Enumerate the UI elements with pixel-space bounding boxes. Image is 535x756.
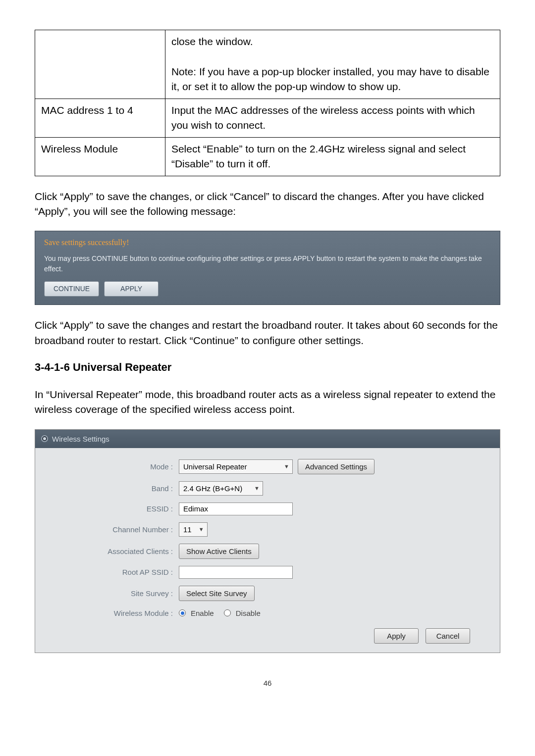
radio-icon	[41, 435, 48, 442]
save-panel-title: Save settings successfully!	[44, 237, 491, 248]
settings-description-table: close the window. Note: If you have a po…	[35, 30, 500, 176]
essid-input[interactable]	[179, 503, 293, 515]
essid-label: ESSID :	[50, 504, 179, 514]
root-ap-ssid-label: Root AP SSID :	[50, 567, 179, 577]
table-cell-desc: Input the MAC addresses of the wireless …	[165, 99, 500, 137]
table-cell-label: Wireless Module	[35, 137, 165, 176]
root-ap-ssid-input[interactable]	[179, 566, 293, 579]
site-survey-label: Site Survey :	[50, 588, 179, 599]
disable-radio[interactable]	[224, 609, 231, 616]
channel-number-select[interactable]: 11 ▼	[179, 522, 208, 537]
table-cell-empty	[35, 30, 165, 99]
show-active-clients-button[interactable]: Show Active Clients	[179, 544, 259, 559]
mode-select-value: Universal Repeater	[183, 461, 247, 472]
section-heading: 3-4-1-6 Universal Repeater	[35, 360, 500, 375]
table-cell-desc: close the window. Note: If you have a po…	[165, 30, 500, 99]
mode-label: Mode :	[50, 461, 179, 472]
band-select-value: 2.4 GHz (B+G+N)	[183, 483, 242, 494]
cancel-button[interactable]: Cancel	[426, 628, 470, 644]
advanced-settings-button[interactable]: Advanced Settings	[298, 459, 374, 474]
apply-button[interactable]: APPLY	[104, 281, 159, 297]
save-panel-description: You may press CONTINUE button to continu…	[44, 253, 491, 274]
channel-number-label: Channel Number :	[50, 524, 179, 535]
instruction-paragraph: In “Universal Repeater” mode, this broad…	[35, 387, 500, 417]
wireless-settings-header: Wireless Settings	[35, 430, 500, 448]
instruction-paragraph: Click “Apply” to save the changes and re…	[35, 318, 500, 348]
select-site-survey-button[interactable]: Select Site Survey	[179, 586, 255, 601]
mode-select[interactable]: Universal Repeater ▼	[179, 459, 293, 474]
table-cell-desc: Select “Enable” to turn on the 2.4GHz wi…	[165, 137, 500, 176]
enable-radio[interactable]	[179, 609, 186, 616]
enable-radio-label: Enable	[191, 608, 214, 618]
wireless-settings-panel: Wireless Settings Mode : Universal Repea…	[35, 429, 500, 653]
apply-button[interactable]: Apply	[374, 628, 419, 644]
save-settings-panel: Save settings successfully! You may pres…	[35, 231, 500, 305]
band-select[interactable]: 2.4 GHz (B+G+N) ▼	[179, 481, 263, 496]
channel-number-value: 11	[183, 524, 192, 535]
band-label: Band :	[50, 483, 179, 494]
table-cell-label: MAC address 1 to 4	[35, 99, 165, 137]
wireless-module-label: Wireless Module :	[50, 608, 179, 618]
chevron-down-icon: ▼	[277, 463, 289, 470]
disable-radio-label: Disable	[236, 608, 261, 618]
chevron-down-icon: ▼	[247, 485, 260, 492]
continue-button[interactable]: CONTINUE	[44, 281, 99, 297]
wireless-settings-title: Wireless Settings	[52, 434, 109, 444]
chevron-down-icon: ▼	[192, 526, 204, 533]
instruction-paragraph: Click “Apply” to save the changes, or cl…	[35, 189, 500, 219]
page-number: 46	[35, 678, 500, 688]
associated-clients-label: Associated Clients :	[50, 546, 179, 556]
